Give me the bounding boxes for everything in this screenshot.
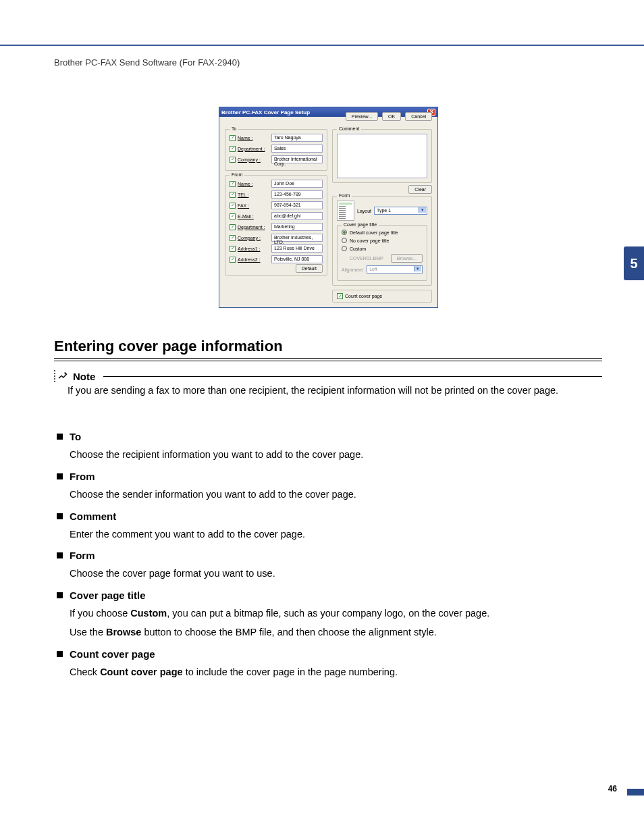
count-group: ✓Count cover page [332,290,432,303]
to-name-checkbox[interactable]: ✓ [230,135,236,141]
cpt-custom-radio[interactable] [342,246,347,251]
item-comment-body: Enter the comment you want to add to the… [70,527,602,542]
from-company-field[interactable]: Brother Industries, LTD. [271,234,323,242]
layout-select[interactable]: Type 1 [374,207,427,215]
count-checkbox[interactable]: ✓ [337,293,343,299]
cpt-file-value: COVER01.BMP [350,256,391,261]
browse-button[interactable]: Browse... [391,254,423,263]
from-fax-checkbox[interactable]: ✓ [230,203,236,209]
cpt-custom-label: Custom [350,246,366,251]
note-block: Note If you are sending a fax to more th… [54,370,602,397]
item-form: Form Choose the cover page format you wa… [54,550,602,581]
item-from: From Choose the sender information you w… [54,471,602,502]
to-group: To ✓Name :Taro Nagoya ✓Department :Sales… [225,129,327,171]
from-addr1-field[interactable]: 123 Rose Hill Drive [271,244,323,253]
from-name-field[interactable]: John Doe [271,180,323,188]
heading-rule-1 [54,358,602,359]
layout-label: Layout [357,209,371,213]
form-group: Form Layout Type 1 Cover page title Defa… [332,196,432,286]
from-email-field[interactable]: abc@def.ghi [271,212,323,220]
align-select[interactable]: Left [367,265,423,273]
preview-button[interactable]: Preview... [346,112,378,121]
item-comment-head: Comment [70,511,116,522]
from-name-checkbox[interactable]: ✓ [230,181,236,187]
from-addr2-label: Address2 : [238,257,271,262]
from-addr2-field[interactable]: Potsville, NJ 088 [271,255,323,263]
from-tel-label: TEL : [238,192,271,197]
from-dept-field[interactable]: Marketing [271,223,323,231]
note-rule [103,376,602,377]
bullet-icon [57,592,63,598]
items-list: To Choose the recipient information you … [54,431,602,687]
cancel-button[interactable]: Cancel [405,112,432,121]
to-dept-checkbox[interactable]: ✓ [230,146,236,152]
from-addr1-checkbox[interactable]: ✓ [230,246,236,252]
cpt-default-label: Default cover page title [350,230,398,235]
from-dept-label: Department : [238,225,271,230]
to-dept-label: Department : [238,147,271,151]
from-dept-checkbox[interactable]: ✓ [230,224,236,230]
bullet-icon [57,434,63,440]
item-from-body: Choose the sender information you want t… [70,488,602,502]
item-to-head: To [70,431,81,442]
cpt-none-label: No cover page title [350,238,389,243]
to-name-label: Name : [238,136,271,140]
count-label: Count cover page [345,294,382,298]
from-addr2-checkbox[interactable]: ✓ [230,257,236,263]
item-comment: Comment Enter the comment you want to ad… [54,511,602,542]
to-company-checkbox[interactable]: ✓ [230,157,236,163]
from-company-checkbox[interactable]: ✓ [230,235,236,241]
cover-page-dialog: Brother PC-FAX Cover Page Setup ✕ To ✓Na… [219,107,438,308]
to-company-field[interactable]: Brother International Corp. [271,155,323,163]
align-label: Alignment [342,267,363,272]
form-legend: Form [337,193,352,198]
to-dept-field[interactable]: Sales [271,145,323,153]
from-fax-label: FAX : [238,203,271,208]
ok-button[interactable]: OK [382,112,401,121]
to-legend: To [230,126,238,131]
item-from-head: From [70,471,95,482]
item-cpt-line1: If you choose Custom, you can put a bitm… [70,606,602,621]
item-cpt: Cover page title If you choose Custom, y… [54,590,602,640]
from-addr1-label: Address1 : [238,246,271,251]
item-cpt-head: Cover page title [70,590,146,601]
from-email-checkbox[interactable]: ✓ [230,213,236,219]
from-company-label: Company : [238,236,271,240]
layout-thumb-icon [337,201,354,221]
cpt-legend: Cover page title [342,222,379,227]
bullet-icon [57,651,63,657]
bullet-icon [57,513,63,519]
item-count-body: Check Count cover page to include the co… [70,665,602,680]
cpt-default-radio[interactable] [342,230,347,235]
cpt-none-radio[interactable] [342,238,347,243]
item-count: Count cover page Check Count cover page … [54,648,602,680]
comment-textarea[interactable] [337,134,427,178]
comment-group: Comment [332,129,432,183]
running-header: Brother PC-FAX Send Software (For FAX-29… [54,57,240,68]
dialog-title: Brother PC-FAX Cover Page Setup [221,109,310,115]
item-to: To Choose the recipient information you … [54,431,602,463]
page-number: 46 [608,784,617,793]
comment-legend: Comment [337,126,361,131]
from-fax-field[interactable]: 987-654-321 [271,201,323,209]
note-text: If you are sending a fax to more than on… [68,384,602,397]
item-to-body: Choose the recipient information you wan… [70,448,602,463]
note-icon [54,370,69,382]
section-heading: Entering cover page information [54,338,283,355]
item-form-body: Choose the cover page format you want to… [70,567,602,581]
from-name-label: Name : [238,182,271,186]
heading-rule-2 [54,361,602,361]
to-name-field[interactable]: Taro Nagoya [271,134,323,142]
from-group: From ✓Name :John Doe ✓TEL :123-456-789 ✓… [225,175,327,276]
item-count-head: Count cover page [70,648,155,660]
bullet-icon [57,552,63,558]
default-button[interactable]: Default [296,264,323,273]
from-legend: From [230,172,244,177]
chapter-tab: 5 [624,246,644,280]
from-email-label: E-Mail : [238,214,271,219]
bullet-icon [57,473,63,479]
clear-button[interactable]: Clear [408,185,432,194]
to-company-label: Company : [238,157,271,162]
from-tel-field[interactable]: 123-456-789 [271,190,323,199]
from-tel-checkbox[interactable]: ✓ [230,192,236,198]
